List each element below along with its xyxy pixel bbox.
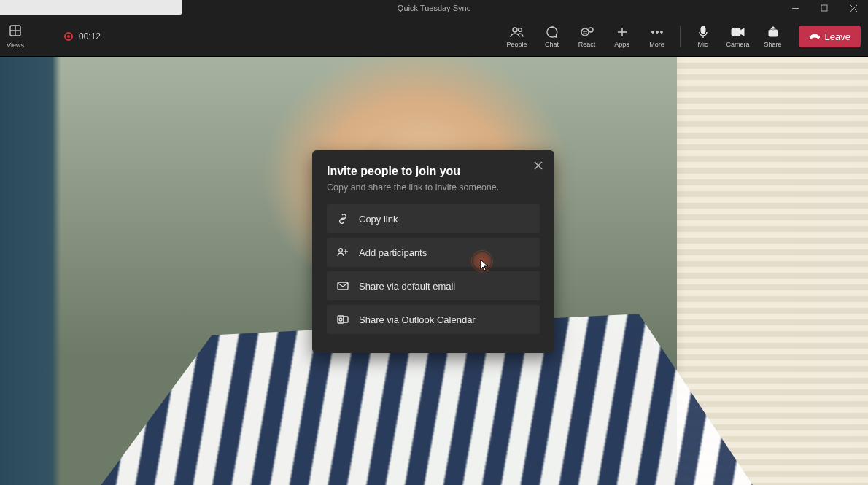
svg-point-7	[513, 28, 517, 32]
svg-point-10	[583, 31, 584, 31]
svg-rect-20	[732, 28, 740, 36]
meeting-timer: 00:12	[79, 31, 101, 42]
svg-point-11	[585, 31, 586, 31]
views-label: Views	[7, 42, 24, 49]
close-icon	[534, 160, 543, 172]
share-button[interactable]: Share	[756, 25, 790, 48]
camera-button[interactable]: Camera	[721, 25, 755, 48]
camera-label: Camera	[726, 41, 750, 48]
people-label: People	[507, 41, 527, 48]
video-stage: Invite people to join you Copy and share…	[0, 57, 868, 485]
grid-icon	[9, 24, 22, 40]
copy-link-label: Copy link	[359, 214, 398, 225]
copy-link-option[interactable]: Copy link	[327, 204, 540, 233]
add-participants-option[interactable]: Add participants	[327, 238, 540, 267]
more-button[interactable]: More	[640, 25, 674, 48]
tab-ghost	[0, 0, 182, 15]
window-controls	[780, 0, 868, 16]
svg-point-15	[651, 31, 654, 34]
svg-point-17	[660, 31, 662, 34]
maximize-button[interactable]	[810, 0, 839, 16]
mic-button[interactable]: Mic	[686, 25, 720, 48]
modal-subtitle: Copy and share the link to invite someon…	[327, 182, 540, 193]
close-modal-button[interactable]	[530, 158, 547, 175]
apps-label: Apps	[614, 41, 629, 48]
close-window-button[interactable]	[839, 0, 868, 16]
add-people-icon	[337, 247, 349, 257]
camera-icon	[731, 25, 745, 39]
more-icon	[651, 25, 664, 39]
record-icon	[64, 32, 73, 41]
people-button[interactable]: People	[500, 25, 534, 48]
svg-rect-1	[821, 5, 827, 11]
mail-icon	[337, 282, 349, 290]
leave-label: Leave	[825, 31, 850, 42]
add-participants-label: Add participants	[359, 247, 427, 258]
svg-rect-30	[344, 317, 348, 322]
react-button[interactable]: React	[570, 25, 604, 48]
meeting-toolbar: Views 00:12 People Chat	[0, 16, 868, 57]
svg-rect-18	[701, 26, 705, 34]
share-label: Share	[764, 41, 782, 48]
mic-label: Mic	[698, 41, 708, 48]
share-email-option[interactable]: Share via default email	[327, 271, 540, 300]
react-icon	[580, 25, 594, 39]
recording-indicator: 00:12	[64, 31, 101, 42]
share-email-label: Share via default email	[359, 281, 455, 292]
react-label: React	[578, 41, 596, 48]
svg-point-8	[518, 28, 522, 32]
svg-rect-27	[338, 282, 348, 290]
link-icon	[337, 214, 349, 224]
minimize-button[interactable]	[780, 0, 810, 16]
svg-point-29	[339, 318, 342, 321]
people-icon	[510, 25, 524, 39]
chat-label: Chat	[545, 41, 559, 48]
svg-point-9	[581, 28, 589, 36]
toolbar-separator	[680, 26, 681, 47]
chat-button[interactable]: Chat	[535, 25, 569, 48]
more-label: More	[649, 41, 664, 48]
share-icon	[767, 25, 779, 39]
views-button[interactable]: Views	[3, 24, 28, 49]
hangup-icon	[809, 31, 821, 42]
modal-title: Invite people to join you	[327, 165, 540, 178]
chat-icon	[546, 25, 559, 39]
svg-rect-28	[338, 316, 344, 323]
mic-icon	[698, 25, 708, 39]
title-bar: Quick Tuesday Sync	[0, 0, 868, 16]
leave-button[interactable]: Leave	[799, 26, 861, 47]
plus-icon	[616, 25, 628, 39]
svg-point-12	[589, 28, 593, 32]
share-outlook-option[interactable]: Share via Outlook Calendar	[327, 305, 540, 334]
window-title: Quick Tuesday Sync	[398, 4, 470, 12]
svg-point-16	[656, 31, 658, 34]
apps-button[interactable]: Apps	[605, 25, 639, 48]
outlook-icon	[337, 314, 349, 325]
invite-modal: Invite people to join you Copy and share…	[312, 150, 554, 353]
svg-point-24	[339, 249, 343, 252]
share-outlook-label: Share via Outlook Calendar	[359, 314, 476, 325]
